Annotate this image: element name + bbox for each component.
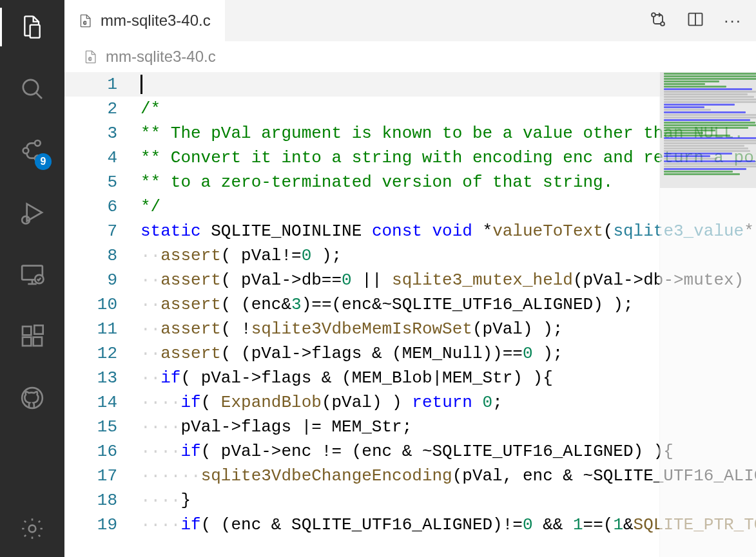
line-number: 15 bbox=[64, 417, 141, 437]
line-number: 10 bbox=[64, 295, 141, 314]
svg-rect-16 bbox=[23, 337, 31, 346]
minimap[interactable] bbox=[659, 72, 756, 557]
svg-line-9 bbox=[23, 217, 24, 218]
activity-bar: 9 bbox=[0, 0, 64, 557]
run-debug-icon[interactable] bbox=[17, 197, 48, 228]
svg-point-2 bbox=[35, 140, 41, 146]
code-line[interactable]: 16····if( pVal->enc != (enc & ~SQLITE_UT… bbox=[64, 439, 756, 464]
code-line[interactable]: 18····} bbox=[64, 488, 756, 513]
split-editor-icon[interactable] bbox=[686, 10, 704, 31]
code-line[interactable]: 3** The pVal argument is known to be a v… bbox=[64, 121, 756, 146]
search-icon[interactable] bbox=[17, 73, 48, 104]
tab-filename: mm-sqlite3-40.c bbox=[101, 12, 211, 30]
code-line[interactable]: 11··assert( !sqlite3VdbeMemIsRowSet(pVal… bbox=[64, 317, 756, 341]
svg-point-23 bbox=[661, 22, 664, 26]
line-number: 3 bbox=[64, 124, 141, 143]
editor[interactable]: 12/*3** The pVal argument is known to be… bbox=[64, 72, 756, 557]
source-control-icon[interactable]: 9 bbox=[17, 135, 48, 166]
code-line[interactable]: 12··assert( (pVal->flags & (MEM_Null))==… bbox=[64, 341, 756, 366]
code-line[interactable]: 14····if( ExpandBlob(pVal) ) return 0; bbox=[64, 390, 756, 415]
line-number: 13 bbox=[64, 368, 141, 388]
code-line[interactable]: 6*/ bbox=[64, 194, 756, 219]
compare-changes-icon[interactable] bbox=[649, 10, 667, 31]
svg-rect-18 bbox=[34, 325, 43, 334]
line-number: 11 bbox=[64, 319, 141, 339]
line-number: 5 bbox=[64, 173, 141, 192]
code-line[interactable]: 5** to a zero-terminated version of that… bbox=[64, 170, 756, 194]
svg-point-20 bbox=[29, 525, 36, 533]
code-line[interactable]: 4** Convert it into a string with encodi… bbox=[64, 146, 756, 170]
svg-line-1 bbox=[36, 93, 42, 99]
code-line[interactable]: 17······sqlite3VdbeChangeEncoding(pVal, … bbox=[64, 464, 756, 488]
code-line[interactable]: 15····pVal->flags |= MEM_Str; bbox=[64, 415, 756, 439]
svg-rect-15 bbox=[23, 326, 31, 335]
github-icon[interactable] bbox=[17, 382, 48, 413]
main-area: c mm-sqlite3-40.c ··· c mm-sqlite3-40.c … bbox=[64, 0, 756, 557]
line-number: 16 bbox=[64, 442, 141, 461]
svg-point-3 bbox=[23, 148, 29, 154]
breadcrumb[interactable]: c mm-sqlite3-40.c bbox=[64, 41, 756, 72]
svg-line-10 bbox=[28, 223, 28, 223]
code-line[interactable]: 2/* bbox=[64, 97, 756, 121]
more-actions-icon[interactable]: ··· bbox=[724, 11, 742, 31]
line-number: 4 bbox=[64, 148, 141, 167]
code-line[interactable]: 1 bbox=[64, 72, 756, 97]
code-line[interactable]: 9··assert( pVal->db==0 || sqlite3_mutex_… bbox=[64, 268, 756, 292]
line-number: 17 bbox=[64, 466, 141, 486]
svg-point-0 bbox=[23, 80, 38, 95]
code-line[interactable]: 10··assert( (enc&3)==(enc&~SQLITE_UTF16_… bbox=[64, 292, 756, 317]
svg-point-22 bbox=[652, 13, 655, 17]
line-number: 19 bbox=[64, 515, 141, 534]
line-number: 8 bbox=[64, 246, 141, 265]
source-control-badge: 9 bbox=[35, 153, 52, 170]
tab-file[interactable]: c mm-sqlite3-40.c bbox=[64, 0, 225, 41]
line-number: 18 bbox=[64, 491, 141, 510]
breadcrumb-filename: mm-sqlite3-40.c bbox=[106, 48, 216, 66]
svg-text:c: c bbox=[88, 55, 92, 62]
svg-rect-17 bbox=[34, 337, 42, 346]
tab-bar: c mm-sqlite3-40.c ··· bbox=[64, 0, 756, 41]
line-number: 14 bbox=[64, 393, 141, 412]
line-number: 7 bbox=[64, 222, 141, 241]
explorer-icon[interactable] bbox=[17, 12, 48, 42]
line-number: 6 bbox=[64, 197, 141, 216]
line-number: 2 bbox=[64, 99, 141, 118]
svg-text:c: c bbox=[83, 19, 86, 26]
remote-explorer-icon[interactable] bbox=[17, 259, 48, 290]
code-line[interactable]: 13··if( pVal->flags & (MEM_Blob|MEM_Str)… bbox=[64, 366, 756, 390]
settings-gear-icon[interactable] bbox=[17, 513, 48, 544]
code-line[interactable]: 7static SQLITE_NOINLINE const void *valu… bbox=[64, 219, 756, 243]
line-number: 9 bbox=[64, 270, 141, 290]
code-line[interactable]: 8··assert( pVal!=0 ); bbox=[64, 243, 756, 268]
code-line[interactable]: 19····if( (enc & SQLITE_UTF16_ALIGNED)!=… bbox=[64, 513, 756, 537]
line-number: 1 bbox=[64, 75, 141, 94]
line-number: 12 bbox=[64, 344, 141, 363]
c-file-icon: c bbox=[84, 50, 98, 64]
c-file-icon: c bbox=[79, 14, 93, 28]
tab-actions: ··· bbox=[649, 0, 756, 41]
extensions-icon[interactable] bbox=[17, 321, 48, 352]
